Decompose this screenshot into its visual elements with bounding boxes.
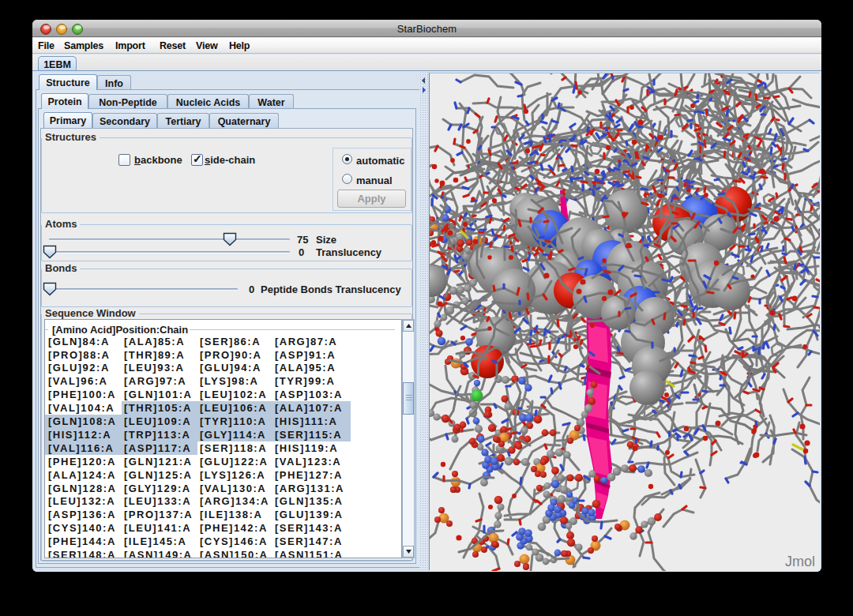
- svg-text:Jmol: Jmol: [785, 554, 815, 569]
